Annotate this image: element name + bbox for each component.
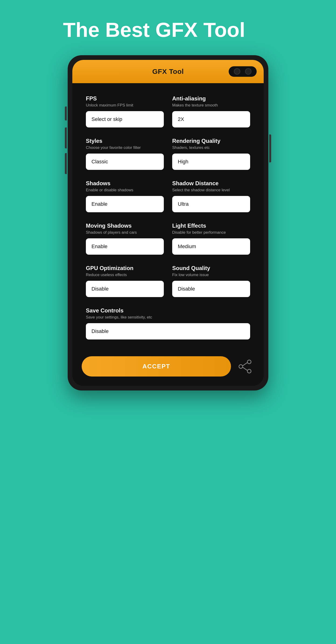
setting-anti-aliasing: Anti-aliasing Makes the texture smooth 2… [168, 90, 254, 132]
sound-quality-label: Sound Quality [172, 265, 250, 272]
svg-point-2 [239, 365, 243, 368]
shadow-distance-label: Shadow Distance [172, 180, 250, 187]
settings-content: FPS Unlock maximum FPS limit Select or s… [72, 83, 264, 352]
accept-button[interactable]: ACCEPT [82, 356, 231, 376]
camera-lens-2 [245, 68, 252, 75]
side-button-volume-up [65, 128, 67, 148]
phone-screen: GFX Tool FPS Unlock maximum FPS limit Se… [72, 60, 264, 386]
camera-module [229, 66, 257, 77]
styles-description: Choose your favorite color filter [86, 145, 164, 150]
shadows-selector[interactable]: Enable [86, 196, 164, 212]
rendering-quality-description: Shaders, textures etc [172, 145, 250, 150]
sound-quality-description: Fix low volume issue [172, 272, 250, 278]
anti-aliasing-description: Makes the texture smooth [172, 103, 250, 108]
app-title: GFX Tool [152, 68, 184, 76]
side-button-volume-down [65, 153, 67, 174]
svg-line-3 [243, 362, 247, 366]
setting-shadows: Shadows Enable or disable shadows Enable [82, 175, 168, 218]
save-controls-description: Save your settings, like sensitivity, et… [86, 315, 250, 320]
anti-aliasing-selector[interactable]: 2X [172, 111, 250, 128]
settings-grid: FPS Unlock maximum FPS limit Select or s… [82, 90, 254, 345]
light-effects-label: Light Effects [172, 222, 250, 229]
shadows-label: Shadows [86, 180, 164, 187]
styles-selector[interactable]: Classic [86, 154, 164, 170]
styles-label: Styles [86, 138, 164, 144]
setting-fps: FPS Unlock maximum FPS limit Select or s… [82, 90, 168, 132]
svg-point-1 [247, 369, 251, 373]
anti-aliasing-label: Anti-aliasing [172, 95, 250, 102]
sound-quality-selector[interactable]: Disable [172, 281, 250, 297]
moving-shadows-description: Shadows of players and cars [86, 230, 164, 235]
setting-shadow-distance: Shadow Distance Select the shadow distan… [168, 175, 254, 218]
page-title: The Best GFX Tool [63, 19, 273, 41]
rendering-quality-label: Rendering Quality [172, 138, 250, 144]
setting-moving-shadows: Moving Shadows Shadows of players and ca… [82, 218, 168, 260]
shadow-distance-selector[interactable]: Ultra [172, 196, 250, 212]
fps-selector[interactable]: Select or skip [86, 111, 164, 128]
moving-shadows-selector[interactable]: Enable [86, 238, 164, 255]
fps-description: Unlock maximum FPS limit [86, 103, 164, 108]
setting-styles: Styles Choose your favorite color filter… [82, 132, 168, 175]
gpu-optimization-description: Reduce useless effects [86, 272, 164, 278]
shadow-distance-description: Select the shadow distance level [172, 188, 250, 193]
camera-lens-1 [234, 68, 240, 75]
light-effects-selector[interactable]: Medium [172, 238, 250, 255]
phone-bottom-bar: ACCEPT [72, 352, 264, 386]
share-button[interactable] [236, 357, 254, 376]
light-effects-description: Disable for better performance [172, 230, 250, 235]
rendering-quality-selector[interactable]: High [172, 154, 250, 170]
side-button-volume-silent [65, 106, 67, 120]
save-controls-label: Save Controls [86, 307, 250, 314]
gpu-optimization-label: GPU Optimization [86, 265, 164, 272]
save-controls-selector[interactable]: Disable [86, 323, 250, 340]
setting-gpu-optimization: GPU Optimization Reduce useless effects … [82, 260, 168, 302]
moving-shadows-label: Moving Shadows [86, 222, 164, 229]
gpu-optimization-selector[interactable]: Disable [86, 281, 164, 297]
setting-light-effects: Light Effects Disable for better perform… [168, 218, 254, 260]
shadows-description: Enable or disable shadows [86, 188, 164, 193]
setting-sound-quality: Sound Quality Fix low volume issue Disab… [168, 260, 254, 302]
phone-device: GFX Tool FPS Unlock maximum FPS limit Se… [68, 55, 268, 391]
share-icon [238, 360, 252, 374]
svg-point-0 [247, 360, 251, 364]
setting-rendering-quality: Rendering Quality Shaders, textures etc … [168, 132, 254, 175]
setting-save-controls: Save Controls Save your settings, like s… [82, 302, 254, 344]
side-button-power [269, 134, 271, 162]
svg-line-4 [243, 367, 247, 370]
fps-label: FPS [86, 95, 164, 102]
app-header: GFX Tool [72, 60, 264, 83]
